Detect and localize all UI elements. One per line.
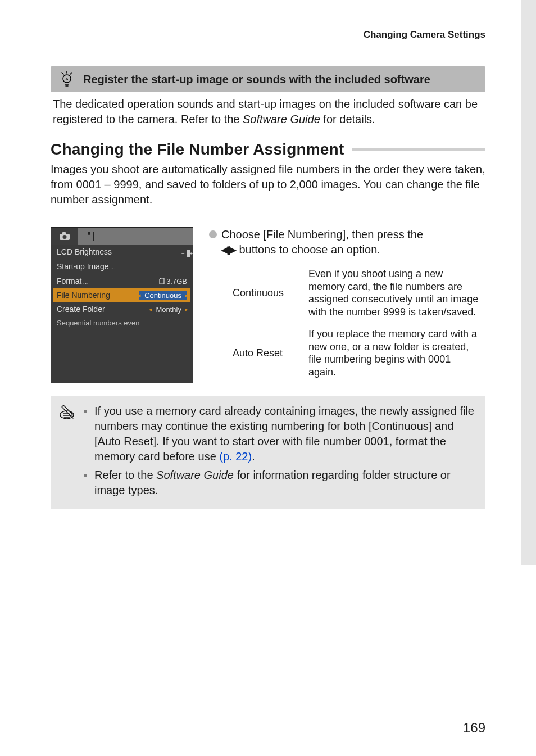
section-lead: Images you shoot are automatically assig… [51,162,485,207]
lightbulb-icon: A [60,71,74,88]
callout-band: A Register the start-up image or sounds … [51,66,485,92]
page-number: 169 [463,720,485,736]
section-heading: Changing the File Number Assignment [51,141,485,159]
tip2-prefix: Refer to the [94,469,156,481]
callout-body-guide: Software Guide [243,113,320,125]
step-row: LCD Brightness −+ Start-up Image Format … [51,219,485,383]
callout-title: Register the start-up image or sounds wi… [83,72,475,87]
lcd-filenum-value: Continuous [139,291,187,300]
tip1-prefix: If you use a memory card already contain… [94,405,474,463]
lcd-row-startup: Start-up Image [51,259,193,274]
option-key-autoreset: Auto Reset [227,323,303,383]
lcd-tab-camera [51,228,78,245]
svg-text:A: A [65,76,69,82]
left-right-arrows-icon: ◀▶ [221,243,236,256]
step-right: Choose [File Numbering], then press the … [209,227,485,383]
lcd-row-filenumbering: File Numbering Continuous [53,288,190,302]
tip1-page-link[interactable]: (p. 22) [219,450,252,463]
lcd-startup-label: Start-up Image [57,262,116,271]
pencil-note-icon [58,404,75,420]
step-text-line2: buttons to choose an option. [236,243,380,256]
page: Changing Camera Settings A Register the … [0,0,536,756]
callout-body: The dedicated operation sounds and start… [53,97,483,127]
tip-item-1: If you use a memory card already contain… [94,404,474,464]
lcd-createfolder-label: Create Folder [57,305,105,314]
option-key-continuous: Continuous [227,263,303,323]
heading-rule [352,148,485,151]
lcd-format-label: Format [57,277,89,286]
svg-line-1 [62,73,63,74]
svg-rect-9 [89,234,89,241]
step-instruction: Choose [File Numbering], then press the … [209,227,485,257]
option-desc-continuous: Even if you shoot using a new memory car… [303,263,485,323]
lcd-row-createfolder: Create Folder Monthly [51,302,193,316]
lcd-format-size: 3.7GB [166,277,187,286]
svg-rect-11 [93,233,94,241]
lcd-tabs [51,228,193,245]
running-head: Changing Camera Settings [51,29,485,40]
lcd-row-brightness: LCD Brightness −+ [51,245,193,259]
callout-body-suffix: for details. [320,113,375,125]
lcd-hint: Sequential numbers even [51,316,193,332]
lcd-tab-tools [78,228,105,245]
lcd-createfolder-value: Monthly [150,305,187,314]
side-tab [521,0,536,565]
tip2-guide: Software Guide [156,469,234,481]
tip-box: If you use a memory card already contain… [51,396,485,509]
lcd-filenum-label: File Numbering [57,291,110,300]
option-desc-autoreset: If you replace the memory card with a ne… [303,323,485,383]
step-text: Choose [File Numbering], then press the … [221,227,423,257]
svg-rect-6 [62,232,66,234]
lcd-tab-rest [105,228,193,245]
table-row: Auto Reset If you replace the memory car… [227,323,485,383]
options-table: Continuous Even if you shoot using a new… [227,263,485,383]
svg-line-2 [70,73,72,74]
tip-item-2: Refer to the Software Guide for informat… [94,468,474,498]
lcd-row-format: Format 3.7GB [51,274,193,288]
section-title: Changing the File Number Assignment [51,141,344,159]
svg-point-7 [63,235,67,239]
lcd-brightness-label: LCD Brightness [57,247,112,256]
step-bullet-icon [209,230,217,238]
lcd-format-value: 3.7GB [159,277,187,286]
tip1-suffix: . [252,450,255,463]
table-row: Continuous Even if you shoot using a new… [227,263,485,323]
tip-list: If you use a memory card already contain… [84,404,474,498]
step-text-line1: Choose [File Numbering], then press the [221,228,423,241]
camera-lcd-screenshot: LCD Brightness −+ Start-up Image Format … [51,227,193,383]
